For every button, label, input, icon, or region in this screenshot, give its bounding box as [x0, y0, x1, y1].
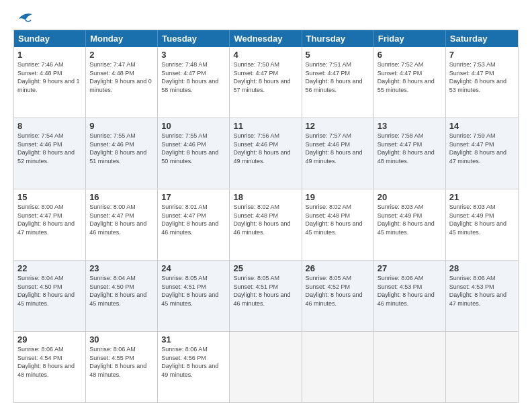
day-number: 30 — [89, 334, 154, 345]
calendar-cell: 11 Sunrise: 7:56 AMSunset: 4:46 PMDaylig… — [230, 118, 302, 189]
cell-info: Sunrise: 7:57 AMSunset: 4:46 PMDaylight:… — [306, 132, 363, 165]
calendar-cell: 12 Sunrise: 7:57 AMSunset: 4:46 PMDaylig… — [302, 118, 374, 189]
day-number: 23 — [89, 263, 154, 273]
cell-info: Sunrise: 8:01 AMSunset: 4:47 PMDaylight:… — [161, 203, 218, 236]
day-number: 27 — [378, 263, 442, 273]
day-number: 16 — [89, 192, 154, 202]
calendar-cell: 7 Sunrise: 7:53 AMSunset: 4:47 PMDayligh… — [446, 47, 518, 118]
header-day-monday: Monday — [86, 30, 158, 47]
cell-info: Sunrise: 7:50 AMSunset: 4:47 PMDaylight:… — [233, 61, 290, 93]
cell-info: Sunrise: 8:04 AMSunset: 4:50 PMDaylight:… — [89, 275, 146, 307]
calendar-cell: 3 Sunrise: 7:48 AMSunset: 4:47 PMDayligh… — [158, 47, 230, 118]
calendar-cell: 26 Sunrise: 8:05 AMSunset: 4:52 PMDaylig… — [302, 261, 374, 331]
calendar-cell: 1 Sunrise: 7:46 AMSunset: 4:48 PMDayligh… — [14, 47, 86, 118]
day-number: 4 — [233, 50, 298, 60]
day-number: 14 — [449, 121, 515, 131]
calendar-cell: 20 Sunrise: 8:03 AMSunset: 4:49 PMDaylig… — [374, 189, 446, 260]
calendar-cell: 19 Sunrise: 8:02 AMSunset: 4:48 PMDaylig… — [302, 189, 374, 260]
calendar-week-1: 1 Sunrise: 7:46 AMSunset: 4:48 PMDayligh… — [14, 47, 518, 118]
header-day-wednesday: Wednesday — [230, 30, 302, 47]
day-number: 22 — [17, 263, 82, 273]
calendar-cell: 15 Sunrise: 8:00 AMSunset: 4:47 PMDaylig… — [14, 189, 86, 260]
cell-info: Sunrise: 8:02 AMSunset: 4:48 PMDaylight:… — [233, 203, 290, 236]
cell-info: Sunrise: 8:06 AMSunset: 4:53 PMDaylight:… — [449, 275, 506, 307]
day-number: 2 — [89, 50, 154, 60]
day-number: 20 — [378, 192, 442, 202]
cell-info: Sunrise: 8:00 AMSunset: 4:47 PMDaylight:… — [89, 203, 146, 236]
logo-bird-icon — [13, 11, 34, 26]
logo — [13, 11, 34, 23]
cell-info: Sunrise: 7:51 AMSunset: 4:47 PMDaylight:… — [306, 61, 363, 93]
calendar-cell: 14 Sunrise: 7:59 AMSunset: 4:47 PMDaylig… — [446, 118, 518, 189]
header-day-tuesday: Tuesday — [158, 30, 230, 47]
calendar-cell: 24 Sunrise: 8:05 AMSunset: 4:51 PMDaylig… — [158, 261, 230, 331]
cell-info: Sunrise: 8:02 AMSunset: 4:48 PMDaylight:… — [306, 203, 363, 236]
day-number: 13 — [378, 121, 442, 131]
calendar: SundayMondayTuesdayWednesdayThursdayFrid… — [13, 30, 519, 403]
calendar-cell: 2 Sunrise: 7:47 AMSunset: 4:48 PMDayligh… — [86, 47, 158, 118]
day-number: 28 — [449, 263, 515, 273]
day-number: 18 — [233, 192, 298, 202]
cell-info: Sunrise: 7:53 AMSunset: 4:47 PMDaylight:… — [449, 61, 506, 93]
day-number: 7 — [449, 50, 515, 60]
calendar-cell: 4 Sunrise: 7:50 AMSunset: 4:47 PMDayligh… — [230, 47, 302, 118]
calendar-cell: 31 Sunrise: 8:06 AMSunset: 4:56 PMDaylig… — [158, 332, 230, 402]
cell-info: Sunrise: 7:55 AMSunset: 4:46 PMDaylight:… — [89, 132, 146, 165]
cell-info: Sunrise: 7:47 AMSunset: 4:48 PMDaylight:… — [89, 61, 152, 93]
calendar-cell: 13 Sunrise: 7:58 AMSunset: 4:47 PMDaylig… — [374, 118, 446, 189]
calendar-cell: 5 Sunrise: 7:51 AMSunset: 4:47 PMDayligh… — [302, 47, 374, 118]
header-day-sunday: Sunday — [14, 30, 86, 47]
cell-info: Sunrise: 7:48 AMSunset: 4:47 PMDaylight:… — [161, 61, 218, 93]
cell-info: Sunrise: 8:05 AMSunset: 4:51 PMDaylight:… — [161, 275, 218, 307]
header-day-friday: Friday — [374, 30, 446, 47]
day-number: 12 — [306, 121, 370, 131]
calendar-cell — [374, 332, 446, 402]
cell-info: Sunrise: 7:59 AMSunset: 4:47 PMDaylight:… — [449, 132, 506, 165]
calendar-week-4: 22 Sunrise: 8:04 AMSunset: 4:50 PMDaylig… — [14, 260, 518, 331]
cell-info: Sunrise: 8:03 AMSunset: 4:49 PMDaylight:… — [449, 203, 506, 236]
cell-info: Sunrise: 7:56 AMSunset: 4:46 PMDaylight:… — [233, 132, 290, 165]
header-day-saturday: Saturday — [446, 30, 518, 47]
calendar-cell: 17 Sunrise: 8:01 AMSunset: 4:47 PMDaylig… — [158, 189, 230, 260]
cell-info: Sunrise: 8:04 AMSunset: 4:50 PMDaylight:… — [17, 275, 75, 307]
day-number: 9 — [89, 121, 154, 131]
calendar-cell: 16 Sunrise: 8:00 AMSunset: 4:47 PMDaylig… — [86, 189, 158, 260]
calendar-week-2: 8 Sunrise: 7:54 AMSunset: 4:46 PMDayligh… — [14, 118, 518, 189]
calendar-cell — [446, 332, 518, 402]
calendar-body: 1 Sunrise: 7:46 AMSunset: 4:48 PMDayligh… — [14, 47, 518, 402]
cell-info: Sunrise: 8:03 AMSunset: 4:49 PMDaylight:… — [378, 203, 435, 236]
calendar-cell: 23 Sunrise: 8:04 AMSunset: 4:50 PMDaylig… — [86, 261, 158, 331]
calendar-cell: 9 Sunrise: 7:55 AMSunset: 4:46 PMDayligh… — [86, 118, 158, 189]
calendar-week-5: 29 Sunrise: 8:06 AMSunset: 4:54 PMDaylig… — [14, 331, 518, 402]
day-number: 8 — [17, 121, 82, 131]
day-number: 21 — [449, 192, 515, 202]
cell-info: Sunrise: 7:58 AMSunset: 4:47 PMDaylight:… — [378, 132, 435, 165]
calendar-cell: 28 Sunrise: 8:06 AMSunset: 4:53 PMDaylig… — [446, 261, 518, 331]
calendar-cell: 22 Sunrise: 8:04 AMSunset: 4:50 PMDaylig… — [14, 261, 86, 331]
calendar-cell: 6 Sunrise: 7:52 AMSunset: 4:47 PMDayligh… — [374, 47, 446, 118]
day-number: 25 — [233, 263, 298, 273]
cell-info: Sunrise: 7:46 AMSunset: 4:48 PMDaylight:… — [17, 61, 80, 93]
day-number: 3 — [161, 50, 226, 60]
day-number: 10 — [161, 121, 226, 131]
cell-info: Sunrise: 8:05 AMSunset: 4:51 PMDaylight:… — [233, 275, 290, 307]
day-number: 5 — [306, 50, 370, 60]
cell-info: Sunrise: 8:00 AMSunset: 4:47 PMDaylight:… — [17, 203, 75, 236]
day-number: 6 — [378, 50, 442, 60]
calendar-header: SundayMondayTuesdayWednesdayThursdayFrid… — [14, 30, 518, 47]
calendar-cell: 10 Sunrise: 7:55 AMSunset: 4:46 PMDaylig… — [158, 118, 230, 189]
day-number: 26 — [306, 263, 370, 273]
calendar-cell: 8 Sunrise: 7:54 AMSunset: 4:46 PMDayligh… — [14, 118, 86, 189]
calendar-cell: 18 Sunrise: 8:02 AMSunset: 4:48 PMDaylig… — [230, 189, 302, 260]
day-number: 29 — [17, 334, 82, 345]
day-number: 17 — [161, 192, 226, 202]
calendar-cell: 29 Sunrise: 8:06 AMSunset: 4:54 PMDaylig… — [14, 332, 86, 402]
day-number: 1 — [17, 50, 82, 60]
cell-info: Sunrise: 8:06 AMSunset: 4:53 PMDaylight:… — [378, 275, 435, 307]
calendar-cell: 21 Sunrise: 8:03 AMSunset: 4:49 PMDaylig… — [446, 189, 518, 260]
cell-info: Sunrise: 8:06 AMSunset: 4:54 PMDaylight:… — [17, 346, 75, 378]
header-day-thursday: Thursday — [302, 30, 374, 47]
cell-info: Sunrise: 7:52 AMSunset: 4:47 PMDaylight:… — [378, 61, 435, 93]
calendar-cell — [230, 332, 302, 402]
page: SundayMondayTuesdayWednesdayThursdayFrid… — [0, 0, 532, 411]
